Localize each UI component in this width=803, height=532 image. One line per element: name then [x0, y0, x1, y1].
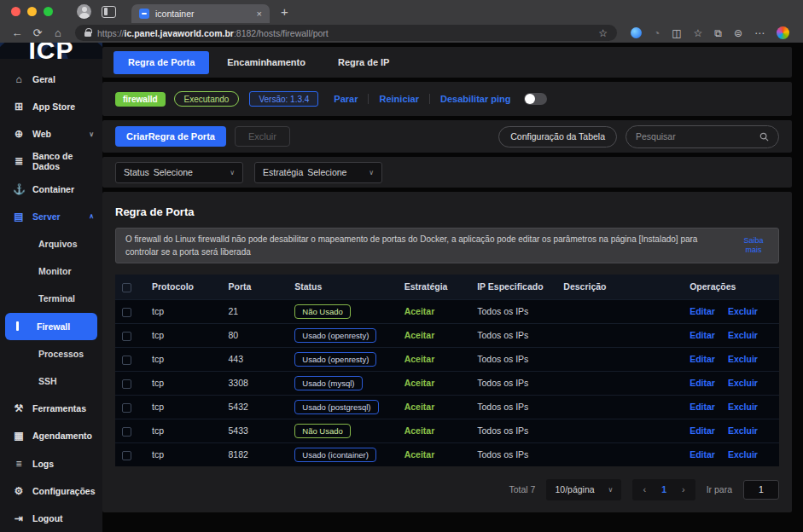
new-tab-button[interactable]: + [281, 4, 288, 19]
ip-cell: Todos os IPs [470, 395, 556, 419]
row-checkbox[interactable] [122, 451, 131, 460]
browser-essentials-icon[interactable]: ◔ [654, 27, 660, 39]
search-input[interactable] [636, 131, 754, 142]
logo-text: ICP [28, 43, 73, 59]
current-page[interactable]: 1 [661, 484, 666, 494]
delete-button[interactable]: Excluir [235, 126, 290, 147]
ip-cell: Todos os IPs [470, 371, 556, 395]
op-editar-link[interactable]: Editar [690, 354, 715, 364]
sidebar-item-arquivos[interactable]: Arquivos [0, 230, 102, 257]
op-excluir-link[interactable]: Excluir [728, 306, 758, 316]
sidebar-item-configuracoes[interactable]: ⚙Configurações [0, 477, 102, 505]
page-size-select[interactable]: 10/página ∨ [546, 479, 621, 500]
tab-encaminhamento[interactable]: Encaminhamento [212, 51, 320, 74]
copilot-icon[interactable] [631, 27, 642, 38]
collections-icon[interactable]: ⧉ [714, 27, 722, 39]
filter-value: Selecione [307, 167, 346, 177]
page-size-value: 10/página [555, 484, 594, 494]
op-editar-link[interactable]: Editar [690, 330, 715, 340]
sidebar-item-agendamento[interactable]: ▦Agendamento [0, 422, 102, 449]
sidebar-item-banco-de-dados[interactable]: ≣Banco de Dados [0, 147, 102, 175]
description-cell [556, 442, 683, 466]
service-link-desabilitar-ping[interactable]: Desabilitar ping [429, 94, 521, 104]
service-link-parar[interactable]: Parar [323, 94, 368, 104]
op-editar-link[interactable]: Editar [690, 402, 715, 412]
sidebar-item-firewall[interactable]: Firewall [5, 313, 97, 340]
sidebar-item-web[interactable]: ⊕Web∨ [0, 120, 102, 147]
favorites-icon[interactable]: ☆ [694, 27, 703, 39]
op-editar-link[interactable]: Editar [690, 425, 715, 436]
card-title: Regra de Porta [115, 205, 779, 218]
browser-tab[interactable]: icontainer × [131, 4, 270, 23]
filter-select-status[interactable]: StatusSelecione∨ [115, 162, 243, 183]
row-checkbox[interactable] [122, 308, 131, 317]
sidebar-item-label: Server [32, 211, 61, 222]
op-editar-link[interactable]: Editar [690, 449, 715, 460]
sidebar-item-app-store[interactable]: ⊞App Store [0, 93, 102, 120]
sidebar-item-logs[interactable]: ≡Logs [0, 449, 102, 477]
status-cell: Usado (openresty) [288, 347, 397, 371]
sidebar-item-ferramentas[interactable]: ⚒Ferramentas [0, 395, 102, 422]
sidebar-item-logout[interactable]: ⇥Logout [0, 505, 102, 532]
description-cell [556, 323, 683, 347]
tab-regra-de-porta[interactable]: Regra de Porta [113, 51, 209, 74]
next-page-button[interactable]: › [682, 484, 685, 494]
op-editar-link[interactable]: Editar [690, 306, 715, 316]
sidebar-item-processos[interactable]: Processos [0, 340, 102, 367]
bookmark-star-icon[interactable]: ☆ [598, 27, 608, 39]
sidebar-item-container[interactable]: ⚓Container [0, 176, 102, 203]
copilot-avatar-icon[interactable] [777, 26, 789, 39]
maximize-window-button[interactable] [44, 7, 53, 16]
close-window-button[interactable] [11, 7, 20, 16]
row-checkbox[interactable] [122, 356, 131, 365]
op-editar-link[interactable]: Editar [690, 378, 715, 388]
op-excluir-link[interactable]: Excluir [728, 330, 758, 340]
op-excluir-link[interactable]: Excluir [728, 378, 758, 388]
protocol-cell: tcp [145, 347, 221, 371]
prev-page-button[interactable]: ‹ [643, 484, 646, 494]
sidebar-item-geral[interactable]: ⌂Geral [0, 66, 102, 93]
reload-icon[interactable]: ⟳ [27, 26, 48, 39]
filter-select-estrategia[interactable]: EstratégiaSelecione∨ [254, 162, 382, 183]
sidebar-item-terminal[interactable]: Terminal [0, 285, 102, 312]
row-checkbox[interactable] [122, 427, 131, 437]
back-icon[interactable]: ← [7, 26, 27, 39]
sidebar-item-label: SSH [38, 376, 57, 386]
column-header-estrategia: Estratégia [398, 275, 471, 299]
app-logo[interactable]: ICP [0, 43, 102, 59]
split-screen-icon[interactable]: ◫ [672, 27, 681, 39]
goto-page-input[interactable] [743, 480, 779, 500]
status-cell: Usado (icontainer) [288, 442, 397, 466]
table-config-button[interactable]: Configuração da Tabela [498, 126, 617, 147]
row-checkbox[interactable] [122, 403, 131, 413]
sidebar-toggle-icon[interactable] [102, 6, 116, 18]
sidebar: ICP ⌂Geral⊞App Store⊕Web∨≣Banco de Dados… [0, 43, 102, 532]
home-icon[interactable]: ⌂ [48, 26, 68, 39]
window-controls [0, 7, 63, 16]
select-all-checkbox[interactable] [122, 283, 131, 292]
column-header-ip-especificado: IP Especificado [470, 275, 556, 299]
sidebar-item-server[interactable]: ▤Server∧ [0, 203, 102, 230]
sidebar-item-monitor[interactable]: Monitor [0, 257, 102, 285]
row-checkbox[interactable] [122, 379, 131, 389]
tab-close-icon[interactable]: × [257, 9, 262, 19]
address-bar[interactable]: https://ic.panel.javaworld.com.br:8182/h… [75, 25, 617, 41]
create-port-rule-button[interactable]: CriarRegra de Porta [115, 126, 226, 147]
service-link-reiniciar[interactable]: Reiniciar [368, 94, 428, 104]
goto-label: Ir para [707, 484, 732, 494]
sidebar-item-ssh[interactable]: SSH [0, 367, 102, 395]
op-excluir-link[interactable]: Excluir [728, 402, 758, 412]
tab-regra-de-ip[interactable]: Regra de IP [323, 51, 404, 74]
profile-avatar[interactable] [77, 4, 91, 19]
op-excluir-link[interactable]: Excluir [728, 449, 758, 460]
web-capture-icon[interactable]: ⊜ [734, 27, 742, 39]
alert-learn-more-link[interactable]: Saiba mais [738, 236, 769, 256]
row-checkbox[interactable] [122, 332, 131, 341]
op-excluir-link[interactable]: Excluir [728, 354, 758, 364]
op-excluir-link[interactable]: Excluir [728, 425, 758, 436]
sidebar-item-label: Arquivos [38, 239, 78, 249]
search-box[interactable] [626, 125, 779, 148]
disable-ping-toggle[interactable] [524, 93, 547, 105]
minimize-window-button[interactable] [27, 7, 37, 16]
more-icon[interactable]: ⋯ [754, 27, 765, 39]
